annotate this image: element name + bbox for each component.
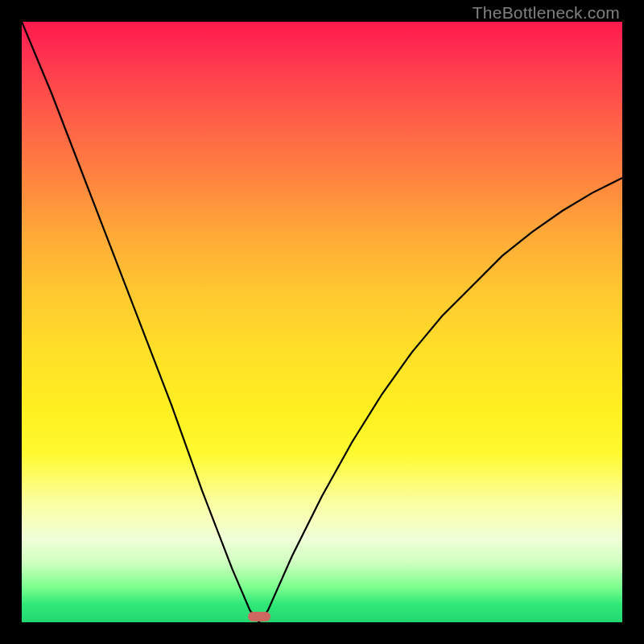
watermark-text: TheBottleneck.com [473,3,620,23]
plot-area [22,22,622,622]
optimal-marker [248,612,270,621]
bottleneck-curve [22,22,622,622]
chart-container: TheBottleneck.com [0,0,644,644]
